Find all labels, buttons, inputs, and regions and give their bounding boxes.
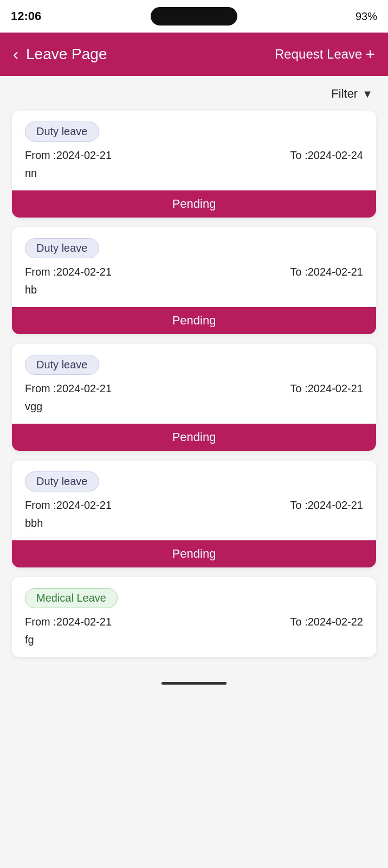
status-bar: 12:06 93%: [0, 0, 388, 33]
leave-type-badge: Duty leave: [25, 122, 99, 142]
leave-card-body: Medical LeaveFrom :2024-02-21To :2024-02…: [12, 577, 376, 657]
leave-date-from: From :2024-02-21: [25, 382, 112, 395]
leave-dates-row: From :2024-02-21To :2024-02-21: [25, 382, 363, 395]
leave-status-bar: Pending: [12, 190, 376, 218]
cards-container: Duty leaveFrom :2024-02-21To :2024-02-24…: [0, 106, 388, 673]
leave-dates-row: From :2024-02-21To :2024-02-24: [25, 149, 363, 162]
status-time: 12:06: [11, 9, 41, 23]
leave-type-badge: Duty leave: [25, 238, 99, 258]
leave-status-bar: Pending: [12, 540, 376, 567]
leave-card[interactable]: Duty leaveFrom :2024-02-21To :2024-02-21…: [12, 461, 376, 567]
leave-reason: hb: [25, 284, 363, 296]
filter-row: Filter ▼: [0, 76, 388, 106]
header: ‹ Leave Page Request Leave +: [0, 33, 388, 76]
leave-card[interactable]: Duty leaveFrom :2024-02-21To :2024-02-21…: [12, 344, 376, 451]
leave-date-to: To :2024-02-21: [290, 382, 363, 395]
plus-icon: +: [365, 45, 375, 63]
leave-card-body: Duty leaveFrom :2024-02-21To :2024-02-21…: [12, 344, 376, 424]
battery-text: 93%: [355, 10, 377, 23]
page-title: Leave Page: [26, 46, 107, 63]
dynamic-island: [151, 7, 237, 25]
back-button[interactable]: ‹: [13, 46, 18, 62]
leave-date-to: To :2024-02-22: [290, 616, 363, 628]
request-leave-label: Request Leave: [275, 47, 362, 62]
leave-status-bar: Pending: [12, 424, 376, 451]
leave-type-badge: Duty leave: [25, 355, 99, 375]
filter-label: Filter: [331, 87, 358, 101]
leave-type-badge: Medical Leave: [25, 588, 118, 608]
leave-card[interactable]: Duty leaveFrom :2024-02-21To :2024-02-21…: [12, 227, 376, 334]
leave-card-body: Duty leaveFrom :2024-02-21To :2024-02-24…: [12, 111, 376, 190]
bottom-indicator: [0, 673, 388, 690]
leave-dates-row: From :2024-02-21To :2024-02-22: [25, 616, 363, 628]
leave-dates-row: From :2024-02-21To :2024-02-21: [25, 499, 363, 512]
leave-card-body: Duty leaveFrom :2024-02-21To :2024-02-21…: [12, 461, 376, 540]
request-leave-button[interactable]: Request Leave +: [275, 45, 375, 63]
leave-date-to: To :2024-02-24: [290, 149, 363, 162]
leave-date-from: From :2024-02-21: [25, 266, 112, 278]
leave-date-to: To :2024-02-21: [290, 266, 363, 278]
bottom-bar: [161, 682, 227, 685]
leave-status-bar: Pending: [12, 307, 376, 334]
leave-reason: vgg: [25, 400, 363, 413]
leave-reason: fg: [25, 634, 363, 646]
leave-date-from: From :2024-02-21: [25, 149, 112, 162]
filter-icon: ▼: [362, 88, 373, 100]
leave-date-from: From :2024-02-21: [25, 499, 112, 512]
status-right: 93%: [355, 10, 377, 23]
leave-date-from: From :2024-02-21: [25, 616, 112, 628]
leave-card[interactable]: Duty leaveFrom :2024-02-21To :2024-02-24…: [12, 111, 376, 218]
leave-dates-row: From :2024-02-21To :2024-02-21: [25, 266, 363, 278]
leave-reason: bbh: [25, 517, 363, 529]
leave-card[interactable]: Medical LeaveFrom :2024-02-21To :2024-02…: [12, 577, 376, 657]
leave-type-badge: Duty leave: [25, 471, 99, 492]
leave-reason: nn: [25, 167, 363, 180]
filter-button[interactable]: Filter ▼: [331, 87, 373, 101]
leave-date-to: To :2024-02-21: [290, 499, 363, 512]
leave-card-body: Duty leaveFrom :2024-02-21To :2024-02-21…: [12, 227, 376, 307]
header-left: ‹ Leave Page: [13, 46, 107, 63]
